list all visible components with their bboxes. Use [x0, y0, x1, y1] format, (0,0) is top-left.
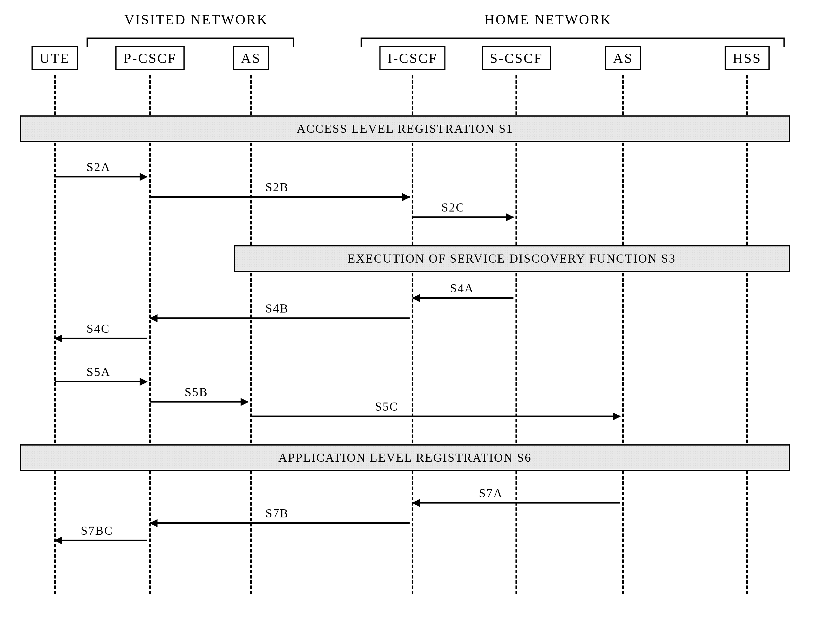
arrow-s7a — [412, 502, 620, 503]
label-s4b: S4B — [265, 302, 289, 315]
lifeline-icscf — [412, 75, 413, 594]
sequence-diagram: VISITED NETWORK HOME NETWORK UTE P-CSCF … — [0, 0, 840, 623]
label-s2a: S2A — [87, 160, 111, 174]
arrow-s4b — [150, 318, 409, 319]
arrow-s7bc — [55, 540, 147, 541]
group-label-visited: VISITED NETWORK — [95, 12, 297, 28]
arrow-s5b — [150, 401, 248, 402]
arrow-s7b — [150, 522, 409, 524]
group-label-home: HOME NETWORK — [447, 12, 649, 28]
actor-asv: AS — [233, 46, 269, 70]
arrow-s5c — [251, 416, 620, 417]
label-s5b: S5B — [185, 385, 208, 399]
arrow-s2a — [55, 176, 147, 178]
lifeline-asv — [250, 75, 252, 594]
label-s7bc: S7BC — [81, 524, 113, 538]
step-s3: EXECUTION OF SERVICE DISCOVERY FUNCTION … — [234, 245, 790, 272]
actor-scscf: S-CSCF — [482, 46, 551, 70]
lifeline-pcscf — [149, 75, 151, 594]
bracket-home — [360, 37, 785, 39]
actor-ash: AS — [605, 46, 641, 70]
step-s1: ACCESS LEVEL REGISTRATION S1 — [20, 115, 790, 142]
bracket-visited — [87, 37, 294, 39]
lifeline-scscf — [515, 75, 517, 594]
arrow-s2b — [150, 196, 409, 198]
arrow-s2c — [412, 216, 514, 218]
actor-hss: HSS — [725, 46, 769, 70]
arrow-s5a — [55, 381, 147, 382]
lifeline-hss — [746, 75, 748, 594]
label-s4c: S4C — [87, 322, 110, 336]
label-s7b: S7B — [265, 506, 289, 520]
label-s4a: S4A — [450, 281, 474, 295]
label-s5c: S5C — [375, 400, 399, 413]
lifeline-ash — [622, 75, 624, 594]
arrow-s4c — [55, 338, 147, 339]
label-s2b: S2B — [265, 180, 289, 194]
actor-icscf: I-CSCF — [379, 46, 445, 70]
actor-ute: UTE — [31, 46, 78, 70]
actor-pcscf: P-CSCF — [115, 46, 185, 70]
label-s7a: S7A — [479, 486, 503, 500]
step-s6: APPLICATION LEVEL REGISTRATION S6 — [20, 444, 790, 471]
arrow-s4a — [412, 297, 514, 299]
label-s5a: S5A — [87, 365, 111, 379]
label-s2c: S2C — [441, 201, 465, 215]
